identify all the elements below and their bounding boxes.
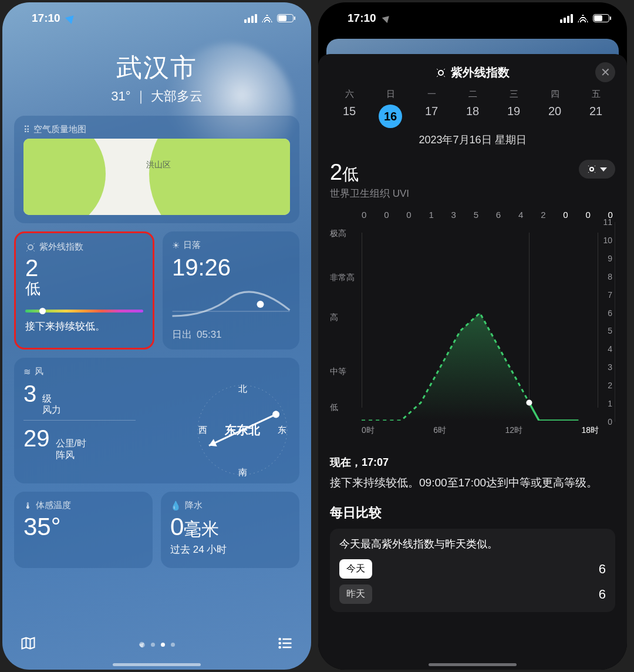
- svg-text:北: 北: [238, 384, 247, 394]
- daily-compare-title: 每日比较: [330, 504, 615, 522]
- battery-icon: [593, 14, 609, 22]
- now-label: 现在，17:07: [330, 455, 615, 469]
- uv-level: 低: [25, 278, 143, 299]
- day-selector[interactable]: 六15日16一17二18三19四20五21: [329, 89, 616, 128]
- svg-point-15: [279, 647, 281, 648]
- bottom-toolbar: [2, 629, 311, 660]
- feels-like-card[interactable]: 🌡 体感温度 35°: [14, 492, 153, 568]
- svg-text:南: 南: [238, 467, 247, 477]
- aqi-map-card[interactable]: ⠿ 空气质量地图 洪山区: [14, 116, 299, 223]
- uv-scale-dot: [39, 308, 46, 314]
- precip-card[interactable]: 💧 降水 0毫米 过去 24 小时: [161, 492, 299, 568]
- city-name: 武汉市: [2, 51, 311, 85]
- map-button[interactable]: [20, 635, 36, 654]
- day-col[interactable]: 二18: [452, 89, 493, 128]
- home-indicator[interactable]: [429, 663, 517, 666]
- day-col[interactable]: 三19: [493, 89, 534, 128]
- status-bar: 17:10: [318, 2, 627, 34]
- yesterday-label: 昨天: [339, 584, 372, 604]
- wind-title: ≋ 风: [23, 366, 290, 377]
- uv-source: 世界卫生组织 UVI: [330, 187, 409, 200]
- today-label: 今天: [339, 559, 372, 579]
- uv-chart[interactable]: 000135642000 极高 非常高 高 中等 低: [330, 210, 615, 445]
- sunset-time: 19:26: [172, 254, 290, 281]
- weather-main-screen: 17:10 武汉市 31° ｜ 大部多云 ⠿ 空气质量地图 洪山区: [2, 2, 311, 670]
- wind-card[interactable]: ≋ 风 3 级 风力 29 公里/时 阵风 北 东: [14, 358, 299, 483]
- compass: 北 东 南 西 东东北: [193, 380, 292, 480]
- wind-force: 3: [23, 381, 36, 407]
- sunset-card[interactable]: ☀ 日落 19:26 日出05:31: [163, 231, 299, 350]
- precip-sub: 过去 24 小时: [170, 543, 290, 556]
- precip-value: 0: [170, 513, 184, 540]
- sun-icon: [436, 68, 446, 78]
- y-cat-moderate: 中等: [330, 367, 346, 377]
- wifi-icon: [262, 14, 272, 22]
- background-peek: [326, 39, 619, 55]
- chart-x-labels: 0时6时12时18时: [330, 422, 615, 436]
- svg-point-1: [257, 301, 264, 308]
- location-dot-icon: [138, 640, 146, 648]
- y-cat-low: 低: [330, 402, 338, 413]
- uv-value: 2: [25, 256, 143, 280]
- precip-title: 💧 降水: [170, 500, 290, 511]
- uv-card[interactable]: 紫外线指数 2 低 接下来持续较低。: [14, 231, 154, 350]
- uv-card-title: 紫外线指数: [25, 241, 143, 253]
- y-cat-high: 高: [330, 313, 338, 323]
- location-icon: [65, 12, 77, 24]
- sunrise-row: 日出05:31: [172, 328, 290, 341]
- svg-text:东: 东: [278, 425, 286, 435]
- daily-compare-lead: 今天最高紫外线指数与昨天类似。: [339, 537, 606, 551]
- cellular-icon: [560, 14, 573, 23]
- day-col[interactable]: 五21: [575, 89, 616, 128]
- yesterday-value: 6: [594, 587, 606, 602]
- uv-detail-screen: 17:10 紫外线指数 ✕ 六15日16一17二18三19四20五21 2023…: [318, 2, 627, 670]
- sun-icon: [25, 242, 36, 253]
- aqi-map[interactable]: 洪山区: [23, 139, 290, 215]
- day-col[interactable]: 一17: [411, 89, 452, 128]
- uv-detail-value: 2低: [330, 160, 409, 186]
- city-subtitle: 31° ｜ 大部多云: [2, 88, 311, 105]
- today-value: 6: [594, 562, 606, 577]
- cellular-icon: [244, 14, 257, 23]
- sunset-title: ☀ 日落: [172, 240, 290, 251]
- chart-top-values: 000135642000: [330, 210, 615, 220]
- district-label: 洪山区: [146, 160, 171, 170]
- status-right: [244, 14, 294, 23]
- day-col[interactable]: 日16: [370, 89, 411, 128]
- droplet-icon: 💧: [170, 500, 181, 511]
- wifi-icon: [578, 14, 588, 22]
- status-bar: 17:10: [2, 2, 311, 34]
- location-icon: [382, 14, 392, 23]
- today-row: 今天 6: [339, 559, 606, 579]
- svg-point-13: [279, 639, 281, 640]
- sun-arc: [170, 287, 292, 323]
- now-desc: 接下来持续较低。09:00至17:00达到中等或更高等级。: [330, 474, 615, 491]
- list-button[interactable]: [277, 635, 294, 654]
- svg-line-8: [209, 414, 276, 445]
- y-cat-veryhigh: 非常高: [330, 273, 355, 283]
- sheet-title: 紫外线指数: [436, 65, 510, 80]
- day-col[interactable]: 四20: [534, 89, 575, 128]
- svg-point-9: [271, 409, 281, 419]
- feels-like-title: 🌡 体感温度: [23, 500, 143, 511]
- uv-note: 接下来持续较低。: [25, 320, 143, 333]
- svg-text:西: 西: [198, 425, 207, 435]
- chevron-down-icon: [600, 167, 607, 172]
- status-right: [560, 14, 609, 23]
- thermometer-icon: 🌡: [23, 500, 32, 510]
- day-col[interactable]: 六15: [329, 89, 370, 128]
- sunset-icon: ☀: [172, 240, 180, 251]
- city-header: 武汉市 31° ｜ 大部多云: [2, 51, 311, 105]
- date-full: 2023年7月16日 星期日: [330, 133, 615, 147]
- close-button[interactable]: ✕: [595, 62, 615, 82]
- uv-sheet: 紫外线指数 ✕ 六15日16一17二18三19四20五21 2023年7月16日…: [318, 54, 627, 670]
- status-time: 17:10: [32, 12, 75, 25]
- wind-gust: 29: [23, 425, 50, 452]
- feels-like-value: 35°: [23, 515, 143, 539]
- mode-selector[interactable]: [579, 160, 615, 179]
- home-indicator[interactable]: [113, 663, 201, 666]
- aqi-icon: ⠿: [23, 125, 30, 135]
- page-dots[interactable]: [139, 642, 175, 647]
- y-cat-extreme: 极高: [330, 229, 346, 239]
- uv-scale-bar: [25, 310, 143, 313]
